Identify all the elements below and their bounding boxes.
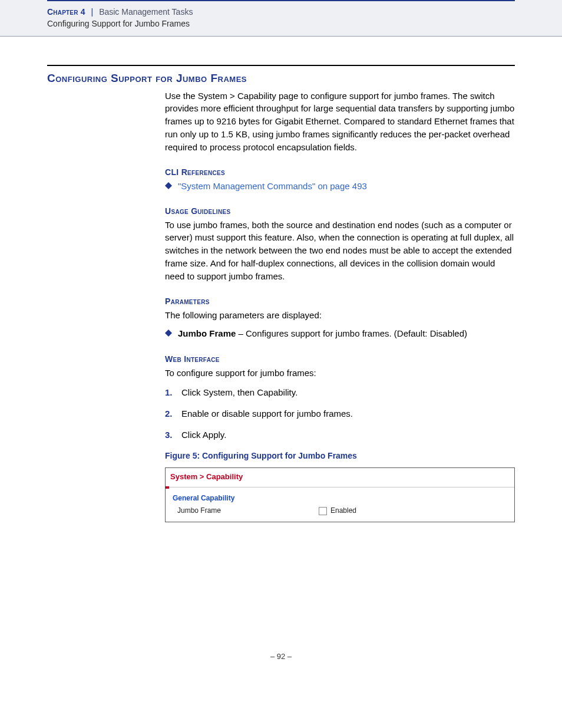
diamond-bullet-icon <box>165 182 172 189</box>
step-number: 1. <box>165 386 176 399</box>
usage-guidelines-text: To use jumbo frames, both the source and… <box>165 219 515 283</box>
step-item: 3. Click Apply. <box>165 429 515 442</box>
step-text: Enable or disable support for jumbo fram… <box>181 407 353 420</box>
header-inner: Chapter 4 | Basic Management Tasks Confi… <box>47 0 515 30</box>
header-subtitle: Configuring Support for Jumbo Frames <box>47 18 515 29</box>
figure-divider-line <box>169 487 514 487</box>
header-line-1: Chapter 4 | Basic Management Tasks <box>47 6 515 18</box>
parameter-desc: – Configures support for jumbo frames. (… <box>236 328 467 338</box>
page-body: Configuring Support for Jumbo Frames Use… <box>47 65 515 523</box>
parameters-heading: Parameters <box>165 295 515 307</box>
figure-breadcrumb: System > Capability <box>166 468 514 486</box>
step-number: 3. <box>165 429 176 442</box>
page-header: Chapter 4 | Basic Management Tasks Confi… <box>0 0 562 37</box>
parameter-text: Jumbo Frame – Configures support for jum… <box>178 327 467 340</box>
step-text: Click Apply. <box>181 429 226 442</box>
cli-reference-link[interactable]: "System Management Commands" on page 493 <box>178 180 367 193</box>
usage-guidelines-heading: Usage Guidelines <box>165 205 515 217</box>
figure-divider <box>166 486 514 489</box>
svg-rect-0 <box>165 182 172 189</box>
figure-row-label: Jumbo Frame <box>177 506 307 516</box>
step-item: 2. Enable or disable support for jumbo f… <box>165 407 515 420</box>
section-rule <box>47 65 515 66</box>
page-footer: – 92 – <box>0 652 562 684</box>
figure-row-control: Enabled <box>319 506 356 516</box>
step-item: 1. Click System, then Capability. <box>165 386 515 399</box>
section-title: Configuring Support for Jumbo Frames <box>47 72 515 85</box>
chapter-title: Basic Management Tasks <box>99 7 193 17</box>
figure-panel-title: General Capability <box>166 492 514 506</box>
intro-paragraph: Use the System > Capability page to conf… <box>165 90 515 154</box>
svg-rect-1 <box>165 330 172 337</box>
step-number: 2. <box>165 407 176 420</box>
figure-row-jumbo-frame: Jumbo Frame Enabled <box>166 506 514 522</box>
web-interface-intro: To configure support for jumbo frames: <box>165 367 515 380</box>
parameter-name: Jumbo Frame <box>178 328 236 338</box>
figure-caption: Figure 5: Configuring Support for Jumbo … <box>165 450 515 462</box>
cli-reference-item: "System Management Commands" on page 493 <box>165 180 515 193</box>
cli-references-heading: CLI References <box>165 166 515 178</box>
figure-screenshot: System > Capability General Capability J… <box>165 467 515 523</box>
enabled-checkbox-label: Enabled <box>330 506 356 516</box>
page-number: – 92 – <box>270 652 292 661</box>
chapter-label: Chapter 4 <box>47 7 85 17</box>
header-separator: | <box>88 7 97 17</box>
web-interface-heading: Web Interface <box>165 353 515 365</box>
diamond-bullet-icon <box>165 330 172 337</box>
body-column: Use the System > Capability page to conf… <box>165 90 515 523</box>
parameters-intro: The following parameters are displayed: <box>165 309 515 322</box>
enabled-checkbox[interactable] <box>319 507 327 515</box>
web-interface-steps: 1. Click System, then Capability. 2. Ena… <box>165 386 515 441</box>
parameter-item: Jumbo Frame – Configures support for jum… <box>165 327 515 340</box>
step-text: Click System, then Capability. <box>181 386 297 399</box>
